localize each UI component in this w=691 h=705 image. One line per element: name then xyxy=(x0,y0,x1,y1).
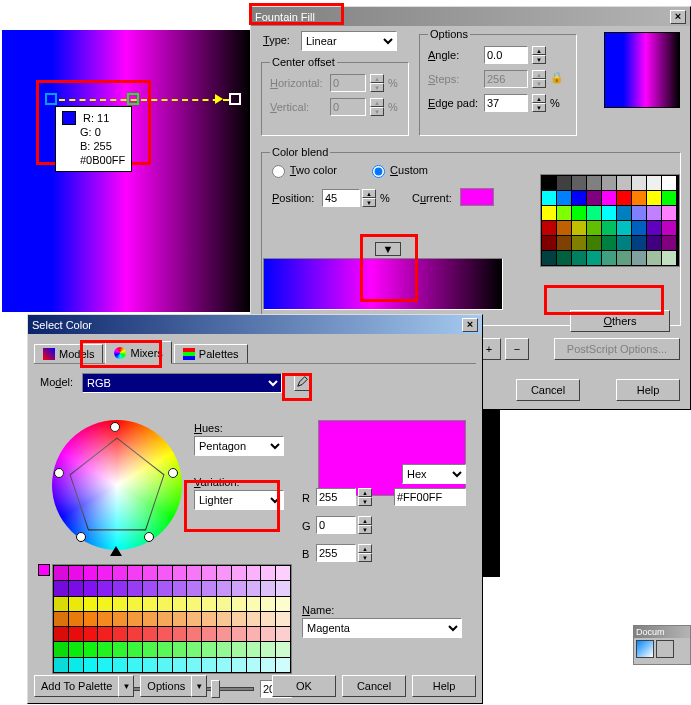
spin-up[interactable]: ▲ xyxy=(358,544,372,553)
mixer-swatch[interactable] xyxy=(217,658,231,672)
mixer-swatch[interactable] xyxy=(261,627,275,641)
mixer-swatch[interactable] xyxy=(173,612,187,626)
mixer-swatch[interactable] xyxy=(113,581,127,595)
mixer-swatch[interactable] xyxy=(232,597,246,611)
mixer-swatch[interactable] xyxy=(247,627,261,641)
palette-swatch[interactable] xyxy=(542,206,556,220)
mixer-swatch[interactable] xyxy=(261,566,275,580)
mixer-swatch[interactable] xyxy=(54,597,68,611)
mixer-swatch[interactable] xyxy=(217,581,231,595)
mixer-swatch[interactable] xyxy=(143,642,157,656)
spin-up[interactable]: ▲ xyxy=(532,46,546,55)
mixer-swatch[interactable] xyxy=(143,581,157,595)
mixer-swatch[interactable] xyxy=(276,627,290,641)
spin-down[interactable]: ▼ xyxy=(358,553,372,562)
close-icon[interactable]: × xyxy=(462,318,478,332)
b-input[interactable] xyxy=(316,544,356,562)
mixer-swatch[interactable] xyxy=(69,597,83,611)
mixer-swatch[interactable] xyxy=(187,627,201,641)
cancel-button[interactable]: Cancel xyxy=(342,675,406,697)
mixer-swatch[interactable] xyxy=(276,612,290,626)
palette-swatch[interactable] xyxy=(617,236,631,250)
mixer-swatch[interactable] xyxy=(143,627,157,641)
wheel-node[interactable] xyxy=(168,468,178,478)
palette-swatch[interactable] xyxy=(662,251,676,265)
palette-swatch[interactable] xyxy=(602,236,616,250)
spin-down[interactable]: ▼ xyxy=(532,103,546,112)
mixer-swatch[interactable] xyxy=(84,597,98,611)
mixer-swatch[interactable] xyxy=(217,566,231,580)
gradient-mid-node[interactable] xyxy=(127,93,139,105)
mixer-swatch[interactable] xyxy=(217,627,231,641)
variation-select[interactable]: Lighter xyxy=(194,490,284,510)
spin-up[interactable]: ▲ xyxy=(532,94,546,103)
mixer-swatch[interactable] xyxy=(232,612,246,626)
mixer-swatch[interactable] xyxy=(202,642,216,656)
palette-swatch[interactable] xyxy=(602,206,616,220)
mixer-swatch[interactable] xyxy=(158,597,172,611)
mixer-swatch[interactable] xyxy=(69,642,83,656)
wheel-node[interactable] xyxy=(76,532,86,542)
mixer-swatch[interactable] xyxy=(261,612,275,626)
mixer-swatch[interactable] xyxy=(276,642,290,656)
palette-swatch[interactable] xyxy=(617,176,631,190)
mixer-swatch[interactable] xyxy=(187,566,201,580)
mixer-swatch[interactable] xyxy=(173,658,187,672)
gradient-start-node[interactable] xyxy=(45,93,57,105)
position-input[interactable] xyxy=(322,189,360,207)
gradient-marker[interactable]: ▼ xyxy=(375,242,401,256)
options-dropdown[interactable]: Options ▼ xyxy=(140,675,207,697)
palette-swatch[interactable] xyxy=(557,221,571,235)
color-palette-grid[interactable] xyxy=(540,174,680,267)
dropdown-arrow[interactable]: ▼ xyxy=(191,675,207,697)
wheel-node[interactable] xyxy=(110,422,120,432)
lock-icon[interactable] xyxy=(550,71,564,87)
r-input[interactable] xyxy=(316,488,356,506)
custom-radio[interactable] xyxy=(372,165,385,178)
palette-swatch[interactable] xyxy=(542,251,556,265)
mixer-swatch[interactable] xyxy=(173,566,187,580)
g-input[interactable] xyxy=(316,516,356,534)
palette-swatch[interactable] xyxy=(542,191,556,205)
mixer-swatch[interactable] xyxy=(128,581,142,595)
hex-mode-select[interactable]: Hex xyxy=(402,464,466,484)
mixer-swatch[interactable] xyxy=(69,627,83,641)
twocolor-radio-label[interactable]: Two color xyxy=(272,164,337,178)
mixer-swatch[interactable] xyxy=(247,581,261,595)
palette-swatch[interactable] xyxy=(572,221,586,235)
palette-swatch[interactable] xyxy=(602,191,616,205)
palette-swatch[interactable] xyxy=(647,176,661,190)
name-select[interactable]: Magenta xyxy=(302,618,462,638)
mixer-swatch[interactable] xyxy=(143,597,157,611)
mixer-swatch[interactable] xyxy=(69,658,83,672)
mixer-swatch[interactable] xyxy=(69,566,83,580)
mixer-swatch[interactable] xyxy=(247,642,261,656)
mixer-swatch[interactable] xyxy=(98,658,112,672)
mixer-swatch[interactable] xyxy=(158,612,172,626)
docker-icon-1[interactable] xyxy=(636,640,654,658)
close-icon[interactable]: × xyxy=(670,10,686,24)
palette-swatch[interactable] xyxy=(572,176,586,190)
mixer-swatch[interactable] xyxy=(261,581,275,595)
mixer-swatch[interactable] xyxy=(276,581,290,595)
selectcolor-titlebar[interactable]: Select Color × xyxy=(28,315,482,334)
docker-panel[interactable]: Docum xyxy=(633,625,691,665)
spin-up[interactable]: ▲ xyxy=(358,488,372,497)
mixer-swatch[interactable] xyxy=(232,581,246,595)
palette-swatch[interactable] xyxy=(632,176,646,190)
palette-swatch[interactable] xyxy=(647,221,661,235)
mixer-swatch[interactable] xyxy=(217,642,231,656)
mixer-swatch[interactable] xyxy=(84,642,98,656)
mixer-swatch[interactable] xyxy=(247,612,261,626)
palette-swatch[interactable] xyxy=(647,206,661,220)
palette-swatch[interactable] xyxy=(617,206,631,220)
palette-swatch[interactable] xyxy=(557,251,571,265)
tab-mixers[interactable]: Mixers xyxy=(105,341,171,364)
angle-input[interactable] xyxy=(484,46,528,64)
model-select[interactable]: RGB xyxy=(82,373,282,393)
mixer-swatch[interactable] xyxy=(202,658,216,672)
mixer-swatch[interactable] xyxy=(54,642,68,656)
mixer-swatch[interactable] xyxy=(261,658,275,672)
mixer-swatch[interactable] xyxy=(84,581,98,595)
mixer-swatch[interactable] xyxy=(158,581,172,595)
